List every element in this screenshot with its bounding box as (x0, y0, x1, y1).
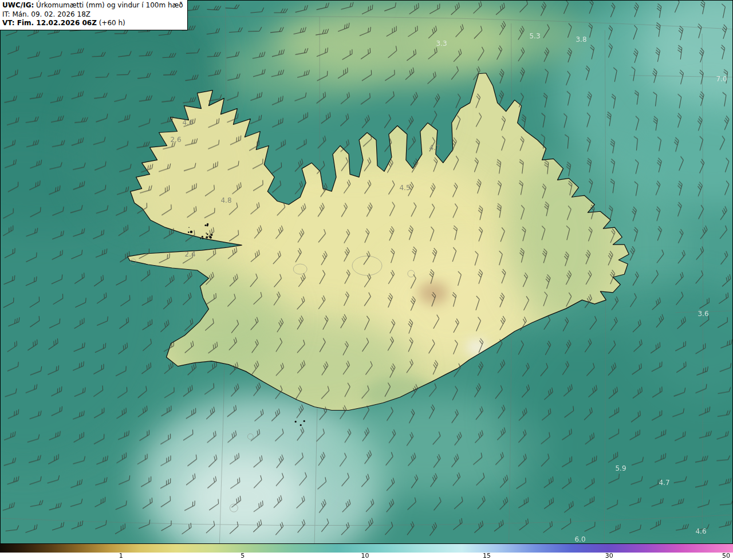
map-canvas (1, 1, 732, 543)
map-title-line: UWC/IG: Úrkomumætti (mm) og vindur í 100… (2, 1, 183, 10)
colorbar-tick-label: 15 (483, 553, 491, 559)
weather-map-screenshot: 3.35.33.87.04.62.64.74.54.82.43.65.94.74… (0, 0, 733, 560)
colorbar-tick-label: 10 (361, 553, 369, 559)
valid-time-line: VT: Fim. 12.02.2026 06Z (+60 h) (2, 19, 183, 28)
map-info-box: UWC/IG: Úrkomumætti (mm) og vindur í 100… (0, 0, 188, 30)
precipitation-colorbar (0, 544, 733, 553)
model-id-label: UWC/IG: (2, 1, 34, 9)
init-time-line: IT: Mán. 09. 02. 2026 18Z (2, 10, 183, 19)
colorbar-labels: 1510153050 (0, 553, 733, 560)
map-title-text: Úrkomumætti (mm) og vindur í 100m hæð (34, 1, 183, 9)
colorbar-row: 1510153050 (0, 544, 733, 560)
colorbar-tick-label: 30 (605, 553, 613, 559)
colorbar-tick-label: 5 (241, 553, 245, 559)
colorbar-tick-label: 1 (119, 553, 123, 559)
map-area: 3.35.33.87.04.62.64.74.54.82.43.65.94.74… (0, 0, 733, 544)
colorbar-tick-label: 50 (722, 553, 730, 559)
